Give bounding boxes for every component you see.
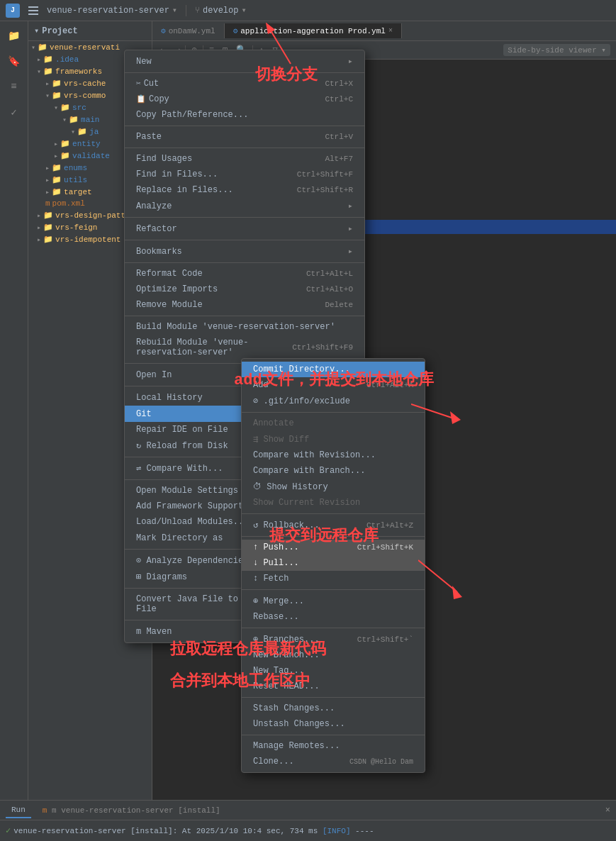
app-icon: J <box>6 4 20 18</box>
run-tab-run[interactable]: Run <box>6 803 31 818</box>
sidebar-icons: 📁 🔖 ≡ ✓ ⑂ <box>0 21 28 820</box>
tab-application-aggeration[interactable]: ⚙ application-aggeration Prod.yml × <box>225 23 402 38</box>
submenu-compare-revision[interactable]: Compare with Revision... <box>242 447 425 463</box>
menu-item-find-usages[interactable]: Find UsagesAlt+F7 <box>125 151 364 167</box>
status-text: venue-reservation-server [install]: At 2… <box>13 827 374 835</box>
submenu-commit-dir[interactable]: Commit Directory... <box>242 362 425 377</box>
submenu-merge[interactable]: ⊕ Merge... <box>242 593 425 609</box>
submenu-compare-branch[interactable]: Compare with Branch... <box>242 463 425 479</box>
menu-item-replace-in-files[interactable]: Replace in Files...Ctrl+Shift+R <box>125 182 364 198</box>
bookmark-icon[interactable]: 🔖 <box>6 52 23 69</box>
submenu-rebase[interactable]: Rebase... <box>242 609 425 625</box>
menu-item-refactor[interactable]: Refactor▸ <box>125 221 364 237</box>
menu-item-build[interactable]: Build Module 'venue-reservation-server' <box>125 319 364 335</box>
structure-icon[interactable]: ≡ <box>6 78 23 95</box>
run-panel-close[interactable]: × <box>605 806 610 815</box>
status-bar: ✓ venue-reservation-server [install]: At… <box>0 820 616 841</box>
submenu-pull[interactable]: ↓ Pull... <box>242 555 425 571</box>
submenu-fetch[interactable]: ↕ Fetch <box>242 571 425 586</box>
menu-item-cut[interactable]: ✂CutCtrl+X <box>125 76 364 91</box>
submenu-git-exclude[interactable]: ⊘ .git/info/exclude <box>242 393 425 409</box>
menu-item-rebuild[interactable]: Rebuild Module 'venue-reservation-server… <box>125 335 364 360</box>
submenu-show-history[interactable]: ⏱ Show History <box>242 479 425 495</box>
submenu-push[interactable]: ↑ Push...Ctrl+Shift+K <box>242 540 425 555</box>
todo-icon[interactable]: ✓ <box>6 104 23 121</box>
submenu-clone[interactable]: Clone... CSDN @Hello Dam <box>242 754 425 769</box>
project-header[interactable]: ▾ Project <box>28 21 152 41</box>
git-submenu: Commit Directory... AddCtrl+Alt+A ⊘ .git… <box>241 358 425 773</box>
menu-item-copy-path[interactable]: Copy Path/Reference... <box>125 107 364 123</box>
submenu-new-tag[interactable]: New Tag... <box>242 663 425 679</box>
menu-item-bookmarks[interactable]: Bookmarks▸ <box>125 243 364 260</box>
submenu-branches[interactable]: ⊕ Branches...Ctrl+Shift+` <box>242 631 425 647</box>
submenu-new-branch[interactable]: New Branch... <box>242 647 425 663</box>
top-bar: J venue-reservation-server ▾ ⑂ develop ▾ <box>0 0 616 21</box>
submenu-rollback[interactable]: ↺ Rollback...Ctrl+Alt+Z <box>242 517 425 533</box>
status-info-tag: [INFO] <box>323 827 351 835</box>
menu-item-new[interactable]: New▸ <box>125 53 364 69</box>
editor-tabs: ⚙ onDamW.yml ⚙ application-aggeration Pr… <box>152 21 616 41</box>
submenu-manage-remotes[interactable]: Manage Remotes... <box>242 738 425 754</box>
submenu-stash[interactable]: Stash Changes... <box>242 701 425 716</box>
menu-item-reformat[interactable]: Reformat CodeCtrl+Alt+L <box>125 266 364 282</box>
menu-item-remove-module[interactable]: Remove ModuleDelete <box>125 297 364 313</box>
project-title: venue-reservation-server ▾ <box>47 5 177 16</box>
project-icon[interactable]: 📁 <box>6 27 23 44</box>
run-tab-install[interactable]: m m venue-reservation-server [install] <box>37 803 226 818</box>
submenu-unstash[interactable]: Unstash Changes... <box>242 716 425 732</box>
tab-ondam[interactable]: ⚙ onDamW.yml <box>152 23 225 38</box>
menu-item-analyze[interactable]: Analyze▸ <box>125 198 364 214</box>
run-panel: Run m m venue-reservation-server [instal… <box>0 800 616 820</box>
branch-indicator[interactable]: ⑂ develop ▾ <box>195 5 247 16</box>
menu-item-optimize-imports[interactable]: Optimize ImportsCtrl+Alt+O <box>125 282 364 297</box>
hamburger-menu[interactable] <box>26 4 41 18</box>
viewer-label[interactable]: Side-by-side viewer ▾ <box>503 44 610 56</box>
submenu-show-diff: ⇶ Show Diff <box>242 431 425 447</box>
submenu-show-current-revision: Show Current Revision <box>242 495 425 511</box>
menu-item-paste[interactable]: PasteCtrl+V <box>125 129 364 145</box>
submenu-add[interactable]: AddCtrl+Alt+A <box>242 377 425 393</box>
status-icon: ✓ <box>6 825 11 836</box>
submenu-reset-head[interactable]: Reset HEAD... <box>242 679 425 694</box>
menu-item-find-in-files[interactable]: Find in Files...Ctrl+Shift+F <box>125 167 364 182</box>
submenu-annotate: Annotate <box>242 416 425 431</box>
menu-item-copy[interactable]: 📋CopyCtrl+C <box>125 91 364 107</box>
